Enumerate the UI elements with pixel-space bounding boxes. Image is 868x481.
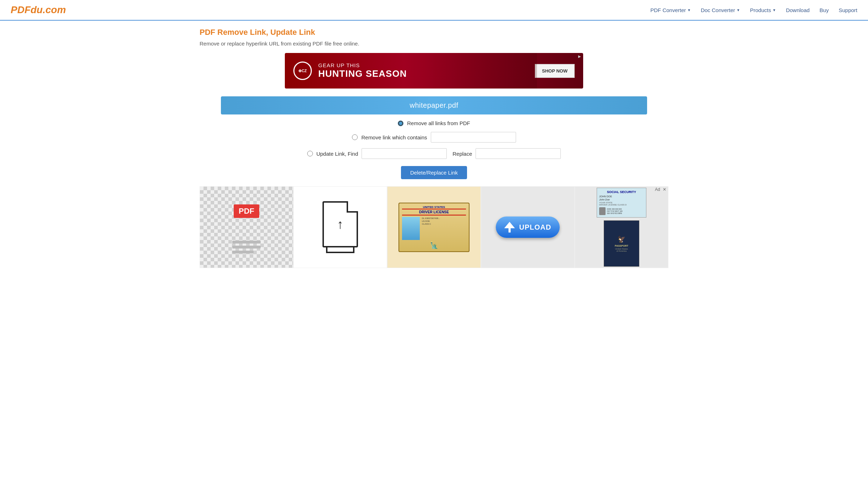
remove-contains-radio[interactable] <box>352 134 358 140</box>
remove-contains-label[interactable]: Remove link which contains <box>361 134 427 140</box>
license-body: DL 63837367438...LN DOECLASS C <box>402 217 466 240</box>
option-remove-contains-row: Remove link which contains <box>352 132 516 143</box>
logo-du: du <box>31 4 43 15</box>
passport-eagle-icon: 🦅 <box>618 235 625 243</box>
license-photo <box>402 217 420 240</box>
nav-buy[interactable]: Buy <box>820 7 829 13</box>
ss-details: DOB: 000 000 000HGT 5'10 WGT 160SEX M EY… <box>607 208 623 214</box>
pdf-line <box>232 251 254 253</box>
ad-headline-2: HUNTING SEASON <box>318 68 407 79</box>
passport-country: United Statesof America <box>615 248 628 252</box>
nav-download[interactable]: Download <box>786 7 810 13</box>
ad-text: GEAR UP THIS HUNTING SEASON <box>318 62 407 79</box>
close-icon[interactable]: ✕ <box>663 187 666 192</box>
bottom-ad-pdf: PDF <box>200 186 293 268</box>
ad-headline-1: GEAR UP THIS <box>318 62 407 68</box>
option-update-link-row: Update Link, Find Replace <box>307 148 561 159</box>
chevron-down-icon: ▼ <box>687 8 691 12</box>
chevron-down-icon: ▼ <box>737 8 740 12</box>
replace-label: Replace <box>452 151 472 157</box>
social-security-card: SOCIAL SECURITY JOHN DOE John Doe YOUR S… <box>597 188 646 218</box>
license-details: DL 63837367438...LN DOECLASS C <box>422 217 440 240</box>
main-nav: PDF Converter ▼ Doc Converter ▼ Products… <box>650 7 857 13</box>
nav-doc-converter[interactable]: Doc Converter ▼ <box>701 7 740 13</box>
pdf-badge: PDF <box>234 204 259 218</box>
doc-shape: ↑ <box>322 201 358 247</box>
license-card: UNITED STATES DRIVER LICENSE DL 63837367… <box>398 203 470 252</box>
nav-pdf-converter-label: PDF Converter <box>650 7 686 13</box>
nav-pdf-converter[interactable]: PDF Converter ▼ <box>650 7 691 13</box>
site-logo[interactable]: PDFdu.com <box>11 4 66 16</box>
pdf-line <box>232 246 261 248</box>
update-link-radio[interactable] <box>307 151 313 156</box>
logo-pdf: PDF <box>11 4 31 15</box>
ad-indicator-icon: ▶ <box>578 54 581 58</box>
license-title: DRIVER LICENSE <box>402 209 466 215</box>
remove-all-label[interactable]: Remove all links from PDF <box>407 120 470 126</box>
page-description: Remove or replace hyperlink URL from exi… <box>200 41 668 47</box>
ad-label: Ad <box>655 187 660 192</box>
passport-title: PASSPORT <box>615 245 628 247</box>
doc-tray <box>326 247 354 253</box>
delete-replace-link-button[interactable]: Delete/Replace Link <box>401 166 467 179</box>
nav-doc-converter-label: Doc Converter <box>701 7 735 13</box>
upload-arrow-icon <box>504 222 515 233</box>
ss-label: YOUR STATEDRIVER LICENSE CLASS D <box>599 202 644 206</box>
chevron-down-icon: ▼ <box>772 8 776 12</box>
nav-buy-label: Buy <box>820 7 829 13</box>
nav-products[interactable]: Products ▼ <box>750 7 776 13</box>
find-input[interactable] <box>362 148 447 159</box>
page-title: PDF Remove Link, Update Link <box>200 28 668 37</box>
nav-support[interactable]: Support <box>839 7 857 13</box>
bottom-ad-upload-button: UPLOAD <box>481 186 575 268</box>
liberty-icon: 🗽 <box>402 241 466 249</box>
update-link-label[interactable]: Update Link, Find <box>316 151 358 157</box>
option-remove-all-row: Remove all links from PDF <box>398 120 470 126</box>
nav-products-label: Products <box>750 7 771 13</box>
upload-text: UPLOAD <box>519 223 551 231</box>
ss-signature: John Doe <box>599 198 644 201</box>
remove-contains-input[interactable] <box>431 132 516 143</box>
upload-oval: UPLOAD <box>496 217 560 238</box>
bottom-ads-strip: PDF ↑ UNITED STATES DRIVER LI <box>200 186 668 268</box>
bottom-ad-upload-doc: ↑ <box>293 186 387 268</box>
pdf-lines <box>232 241 261 253</box>
passport-card: 🦅 PASSPORT United Statesof America <box>604 220 639 267</box>
ad-banner: ⊕CZ GEAR UP THIS HUNTING SEASON SHOP NOW… <box>285 53 583 89</box>
nav-support-label: Support <box>839 7 857 13</box>
ss-title: SOCIAL SECURITY <box>599 190 644 194</box>
ad-shop-now-button[interactable]: SHOP NOW <box>535 64 575 78</box>
nav-download-label: Download <box>786 7 810 13</box>
file-name-bar[interactable]: whitepaper.pdf <box>221 96 647 114</box>
logo-com: .com <box>43 4 66 15</box>
remove-all-radio[interactable] <box>398 121 403 126</box>
bottom-ad-social-security: SOCIAL SECURITY JOHN DOE John Doe YOUR S… <box>575 186 668 268</box>
pdf-line <box>232 241 261 244</box>
ss-person: DOB: 000 000 000HGT 5'10 WGT 160SEX M EY… <box>599 207 644 215</box>
options-area: Remove all links from PDF Remove link wh… <box>200 120 668 179</box>
ss-name: JOHN DOE <box>599 195 644 198</box>
upload-doc-icon: ↑ <box>322 201 358 253</box>
replace-input[interactable] <box>476 148 561 159</box>
license-country: UNITED STATES <box>402 205 466 209</box>
ad-close-area: Ad ✕ <box>653 186 668 193</box>
cz-logo: ⊕CZ <box>293 62 312 80</box>
bottom-ad-license: UNITED STATES DRIVER LICENSE DL 63837367… <box>387 186 481 268</box>
